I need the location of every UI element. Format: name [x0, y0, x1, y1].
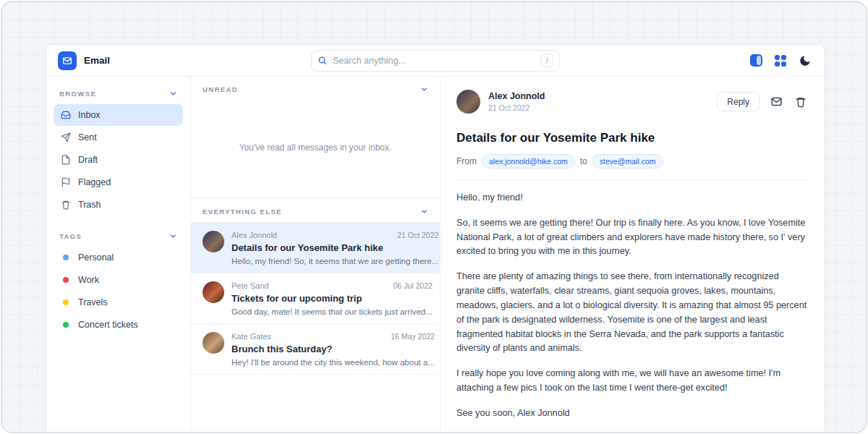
inbox-icon [61, 110, 71, 120]
top-bar: Email / [46, 45, 825, 77]
search-area: / [311, 50, 560, 72]
sidebar-item-label: Inbox [78, 110, 101, 120]
tag-item-label: Travels [78, 297, 108, 307]
from-email-chip[interactable]: alex.jonnold@hike.com [482, 154, 575, 169]
avatar [203, 332, 224, 354]
chevron-down-icon [169, 232, 177, 240]
envelope-icon [770, 95, 783, 108]
mail-list-item[interactable]: Kate Gates 16 May 2022 Brunch this Satur… [191, 324, 440, 375]
chevron-down-icon [169, 90, 177, 98]
email-reader-pane: Alex Jonnold 21 Oct 2022 Reply Details f… [441, 77, 825, 433]
everything-else-label: EVERYTHING ELSE [203, 208, 282, 216]
sidebar-item-label: Flagged [78, 177, 111, 187]
email-body: Hello, my friend! So, it seems we are ge… [456, 191, 809, 421]
from-label: From [456, 156, 477, 166]
avatar [456, 90, 480, 114]
body-paragraph: So, it seems we are getting there! Our t… [456, 216, 809, 259]
mail-list-item[interactable]: Pete Sand 06 Jul 2022 Tickets for our up… [191, 273, 440, 324]
trash-icon [795, 96, 807, 108]
apps-grid-icon [775, 55, 786, 67]
tag-dot-icon [63, 322, 69, 328]
mail-action-button[interactable] [768, 94, 784, 110]
reader-header: Alex Jonnold 21 Oct 2022 Reply [456, 90, 809, 114]
everything-else-section-header[interactable]: EVERYTHING ELSE [191, 198, 440, 222]
tags-section-header[interactable]: TAGS [54, 226, 183, 246]
sidebar-item-trash[interactable]: Trash [54, 194, 183, 216]
sidebar-item-sent[interactable]: Sent [54, 127, 183, 148]
mail-sender: Alex Jonnold [231, 231, 277, 239]
unread-empty-message: You've read all messages in your inbox. [191, 98, 440, 197]
sidebar: BROWSE Inbox Sent Draft Flagged [46, 77, 191, 433]
to-email-chip[interactable]: steve@mail.com [592, 154, 663, 169]
mail-subject: Details for our Yosemite Park hike [231, 242, 438, 253]
browse-section-label: BROWSE [59, 90, 96, 98]
chevron-down-icon [420, 85, 428, 93]
mail-preview: Hey! I'll be around the city this weeken… [231, 358, 435, 367]
tag-item-label: Concert tickets [78, 320, 138, 330]
tag-item-travels[interactable]: Travels [54, 292, 183, 313]
email-app-window: Email / [46, 44, 825, 433]
body-paragraph: There are plenty of amazing things to se… [456, 270, 809, 356]
mail-date: 16 May 2022 [391, 332, 435, 341]
desktop-background: Email / [1, 1, 867, 433]
search-input[interactable] [333, 56, 535, 66]
sidebar-item-label: Trash [78, 200, 101, 210]
app-logo [58, 51, 77, 70]
brand: Email [58, 51, 110, 70]
email-subject-title: Details for our Yosemite Park hike [456, 131, 809, 145]
mail-preview: Good day, mate! It seems that our ticket… [231, 307, 433, 316]
search-icon [318, 56, 327, 65]
draft-icon [61, 155, 71, 165]
mail-subject: Brunch this Saturday? [231, 344, 435, 354]
tag-item-work[interactable]: Work [54, 269, 183, 291]
panel-toggle-button[interactable] [748, 53, 764, 69]
body-paragraph: See you soon, Alex Jonnold [456, 407, 809, 421]
dark-mode-toggle-button[interactable] [797, 53, 813, 69]
mail-list-column: UNREAD You've read all messages in your … [191, 77, 441, 433]
body-paragraph: Hello, my friend! [456, 191, 809, 205]
mail-date: 06 Jul 2022 [393, 281, 433, 290]
mail-subject: Tickets for our upcoming trip [231, 293, 433, 304]
tag-dot-icon [63, 299, 69, 305]
chevron-down-icon [420, 208, 428, 216]
tag-item-label: Work [78, 275, 99, 285]
reader-sender-name: Alex Jonnold [488, 91, 545, 101]
sidebar-item-flagged[interactable]: Flagged [54, 171, 183, 193]
unread-section-header[interactable]: UNREAD [191, 77, 440, 98]
envelope-logo-icon [62, 56, 72, 66]
main-content: BROWSE Inbox Sent Draft Flagged [46, 77, 825, 433]
sidebar-item-inbox[interactable]: Inbox [54, 104, 183, 126]
tag-item-concert-tickets[interactable]: Concert tickets [54, 314, 183, 336]
tag-dot-icon [63, 277, 69, 283]
tag-item-personal[interactable]: Personal [54, 247, 183, 268]
mail-sender: Kate Gates [231, 332, 271, 341]
trash-icon [61, 200, 71, 210]
panel-toggle-icon [750, 54, 762, 67]
top-actions [748, 53, 813, 69]
sidebar-item-label: Draft [78, 155, 98, 165]
browse-section-header[interactable]: BROWSE [54, 84, 183, 103]
to-label: to [580, 156, 587, 166]
sidebar-item-label: Sent [78, 132, 97, 142]
unread-section-label: UNREAD [203, 85, 238, 93]
tags-section-label: TAGS [59, 232, 82, 240]
divider [456, 432, 809, 433]
search-bar[interactable]: / [311, 50, 560, 72]
mail-preview: Hello, my friend! So, it seems that we a… [231, 257, 438, 265]
mail-date: 21 Oct 2022 [397, 231, 438, 239]
divider [456, 179, 809, 180]
delete-email-button[interactable] [793, 94, 809, 110]
from-to-row: From alex.jonnold@hike.com to steve@mail… [456, 154, 809, 169]
sent-icon [61, 132, 71, 142]
apps-grid-button[interactable] [773, 53, 788, 69]
reader-date: 21 Oct 2022 [488, 103, 545, 112]
app-title: Email [84, 55, 110, 66]
tag-item-label: Personal [78, 252, 114, 263]
mail-sender: Pete Sand [231, 281, 268, 290]
flag-icon [61, 177, 71, 187]
body-paragraph: I really hope you love coming along with… [456, 367, 809, 396]
search-shortcut-hint: / [540, 54, 553, 67]
mail-list-item[interactable]: Alex Jonnold 21 Oct 2022 Details for our… [191, 222, 440, 273]
reply-button[interactable]: Reply [717, 92, 760, 111]
sidebar-item-draft[interactable]: Draft [54, 149, 183, 171]
